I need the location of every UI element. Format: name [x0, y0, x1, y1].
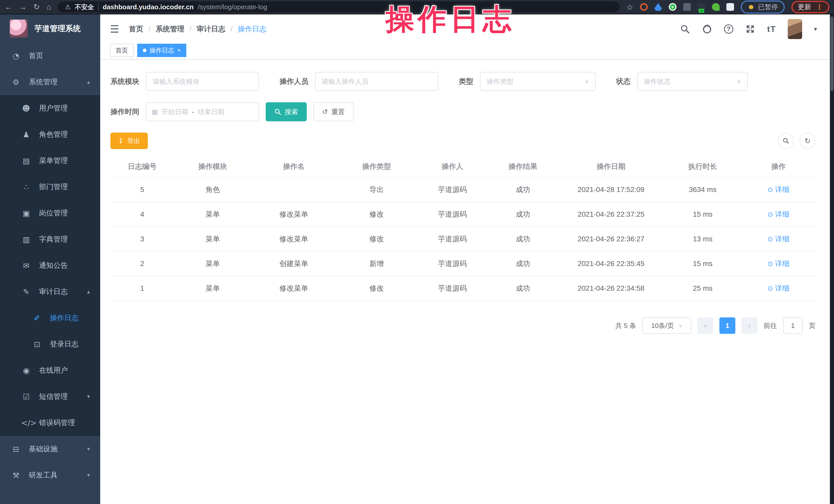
cell-module: 菜单 [174, 227, 251, 251]
scrollbar-thumb[interactable] [830, 17, 833, 91]
search-icon[interactable] [680, 24, 690, 34]
reset-button[interactable]: ↺ 重置 [313, 102, 354, 121]
sidebar-item-sms[interactable]: ☑ 短信管理 ▾ [0, 384, 100, 410]
detail-link[interactable]: ⊙详细 [767, 284, 790, 293]
sidebar-toggle-icon[interactable]: ☰ [110, 23, 119, 35]
breadcrumb-item[interactable]: 审计日志 [197, 24, 225, 34]
goto-page-input[interactable] [783, 317, 803, 334]
current-page-button[interactable]: 1 [719, 317, 736, 334]
sidebar-item-label: 在线用户 [39, 366, 68, 375]
col-header: 操作 [742, 156, 815, 177]
browser-home-icon[interactable]: ⌂ [46, 3, 51, 11]
detail-link[interactable]: ⊙详细 [767, 210, 790, 219]
cell-operator: 芋道源码 [417, 251, 488, 276]
sidebar-item-label: 字典管理 [39, 234, 68, 244]
show-search-icon-button[interactable] [778, 133, 794, 149]
extension-on-badge: on [699, 9, 704, 13]
caret-down-icon[interactable]: ▾ [814, 25, 817, 32]
fullscreen-icon[interactable] [745, 24, 755, 34]
sidebar-item-online-users[interactable]: ◉ 在线用户 [0, 357, 100, 384]
sidebar-item-notice[interactable]: ✉ 通知公告 [0, 253, 100, 279]
breadcrumb-item[interactable]: 首页 [129, 24, 144, 34]
sidebar-item-dict[interactable]: ▥ 字典管理 [0, 226, 100, 253]
sidebar-item-infrastructure[interactable]: ⊟ 基础设施 ▾ [0, 436, 100, 462]
page-scrollbar[interactable] [830, 15, 834, 504]
sidebar-item-label: 首页 [29, 51, 43, 61]
sidebar-logo-row[interactable]: 芋道管理系统 [0, 15, 100, 43]
browser-update-button[interactable]: 更新 ⋮ [791, 1, 829, 13]
next-page-button[interactable]: › [742, 317, 758, 334]
cell-op-name: 修改菜单 [251, 276, 336, 301]
extension-icon[interactable]: on [698, 3, 705, 11]
sidebar-item-home[interactable]: ◔ 首页 [0, 43, 100, 69]
font-size-icon[interactable]: tT [767, 24, 776, 34]
detail-link[interactable]: ⊙详细 [767, 234, 790, 244]
shield-check-icon: ☑ [21, 392, 31, 401]
prev-page-button[interactable]: ‹ [697, 317, 713, 334]
app-title: 芋道管理系统 [35, 23, 81, 34]
export-button[interactable]: ↧ 导出 [110, 133, 148, 149]
cell-duration: 13 ms [664, 227, 742, 251]
close-icon[interactable]: × [177, 47, 181, 54]
sidebar-item-departments[interactable]: ∴ 部门管理 [0, 174, 100, 200]
bookmark-star-icon[interactable]: ☆ [627, 3, 633, 11]
tab-operate-log[interactable]: 操作日志 × [137, 44, 186, 57]
cell-op-type: 修改 [336, 202, 417, 227]
sidebar-item-operate-log[interactable]: ✐ 操作日志 [0, 305, 100, 331]
detail-link[interactable]: ⊙详细 [767, 259, 790, 268]
monitor-icon: ⊟ [11, 445, 21, 454]
help-icon[interactable]: ? [724, 24, 733, 34]
page-size-select[interactable]: 10条/页 ∨ [642, 317, 691, 334]
module-input[interactable] [146, 72, 259, 91]
sidebar-item-posts[interactable]: ▣ 岗位管理 [0, 200, 100, 226]
filter-row-2: 操作时间 ▦ 开始日期 - 结束日期 搜索 ↺ 重置 [110, 102, 815, 121]
broadcast-icon: ◉ [21, 366, 31, 375]
browser-address-bar[interactable]: ⚠ 不安全 dashboard.yudao.iocoder.cn/system/… [58, 2, 619, 12]
sidebar-item-roles[interactable]: ♟ 角色管理 [0, 121, 100, 148]
sidebar-item-login-log[interactable]: ⊡ 登录日志 [0, 331, 100, 357]
sidebar-item-label: 错误码管理 [39, 418, 75, 428]
monitor-log-icon: ⊡ [32, 340, 42, 349]
extension-icon[interactable] [712, 3, 720, 11]
browser-forward-icon[interactable]: → [19, 3, 27, 11]
refresh-icon-button[interactable]: ↻ [799, 133, 815, 149]
pagination: 共 5 条 10条/页 ∨ ‹ 1 › 前往 页 [110, 317, 815, 334]
cell-op-name [251, 177, 336, 202]
user-avatar[interactable] [788, 19, 802, 39]
sidebar-item-error-code[interactable]: </> 错误码管理 [0, 410, 100, 436]
detail-link[interactable]: ⊙详细 [767, 185, 790, 195]
browser-chrome: ← → ↻ ⌂ ⚠ 不安全 dashboard.yudao.iocoder.cn… [0, 0, 834, 15]
sidebar-item-menus[interactable]: ▤ 菜单管理 [0, 148, 100, 174]
extension-icon[interactable]: v [669, 3, 677, 11]
sidebar-item-audit-log[interactable]: ✎ 审计日志 ▴ [0, 279, 100, 305]
cell-module: 菜单 [174, 276, 251, 301]
status-select[interactable]: 操作状态 ∨ [637, 72, 748, 91]
extension-icon[interactable] [640, 3, 648, 11]
search-button[interactable]: 搜索 [266, 102, 307, 121]
url-divider [98, 4, 98, 10]
browser-reload-icon[interactable]: ↻ [34, 3, 40, 11]
type-select[interactable]: 操作类型 ∨ [480, 72, 596, 91]
type-select-placeholder: 操作类型 [487, 77, 513, 86]
sidebar-item-system[interactable]: ⚙ 系统管理 ▴ [0, 69, 100, 95]
code-icon: </> [21, 418, 31, 428]
role-icon: ♟ [21, 130, 31, 139]
cell-date: 2021-04-26 22:34:58 [558, 276, 664, 301]
sidebar-item-users[interactable]: ☻ 用户管理 [0, 95, 100, 121]
sidebar-item-dev-tools[interactable]: ⚒ 研发工具 ▾ [0, 462, 100, 488]
github-icon[interactable] [702, 24, 712, 34]
extension-icon[interactable] [654, 3, 662, 11]
chevron-down-icon: ∨ [737, 78, 741, 85]
extension-icon[interactable] [726, 3, 734, 11]
browser-menu-icon[interactable]: ⋮ [816, 3, 823, 11]
emoji-icon: ☻ [747, 3, 755, 11]
browser-back-icon[interactable]: ← [5, 3, 12, 11]
cell-result: 成功 [488, 251, 558, 276]
breadcrumb-item[interactable]: 系统管理 [156, 24, 184, 34]
extension-paused-badge[interactable]: ☻ 已暂停 [741, 1, 785, 14]
extension-icon[interactable] [683, 3, 691, 11]
operator-input[interactable] [315, 72, 438, 91]
tab-home[interactable]: 首页 [110, 44, 134, 57]
time-label: 操作时间 [110, 107, 139, 117]
date-range-picker[interactable]: ▦ 开始日期 - 结束日期 [146, 102, 259, 121]
